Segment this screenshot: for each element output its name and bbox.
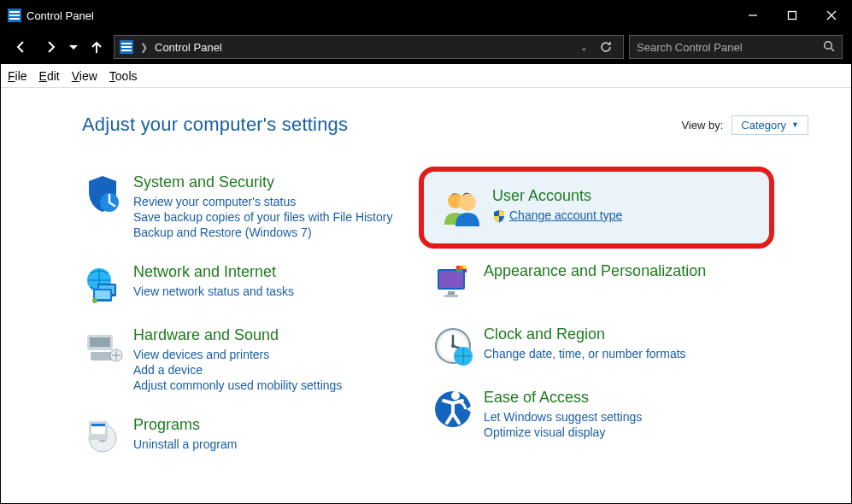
svg-rect-25: [91, 352, 113, 360]
address-bar[interactable]: ❯ Control Panel ⌄: [114, 35, 624, 59]
refresh-button[interactable]: [594, 40, 618, 54]
category-body: Clock and RegionChange date, time, or nu…: [484, 325, 686, 366]
category-link-hardware-sound[interactable]: Hardware and Sound: [133, 326, 342, 344]
category-body: Ease of AccessLet Windows suggest settin…: [484, 389, 642, 441]
sublink[interactable]: Change date, time, or number formats: [484, 347, 686, 360]
svg-rect-11: [121, 43, 132, 44]
view-by-select[interactable]: Category ▼: [732, 115, 808, 135]
ease-of-access-icon: [432, 389, 473, 430]
category-body: ProgramsUninstall a program: [133, 416, 237, 457]
category-body: Network and InternetView network status …: [133, 263, 294, 304]
svg-rect-38: [456, 266, 460, 269]
search-icon: [823, 40, 835, 55]
chevron-right-icon: ❯: [140, 42, 148, 53]
category-appearance-personalization: Appearance and Personalization: [432, 255, 774, 319]
svg-rect-43: [463, 269, 467, 273]
sublink[interactable]: View network status and tasks: [133, 284, 294, 298]
sublink-label: Adjust commonly used mobility settings: [133, 378, 342, 392]
category-system-security: System and SecurityReview your computer'…: [82, 167, 424, 256]
sublink[interactable]: View devices and printers: [133, 348, 342, 361]
right-column: User AccountsChange account typeAppearan…: [432, 167, 774, 472]
menu-view[interactable]: View: [72, 69, 97, 83]
svg-rect-13: [121, 50, 132, 51]
view-by-value: Category: [741, 119, 786, 132]
svg-rect-37: [444, 295, 458, 297]
sublink-label: Add a device: [133, 363, 203, 377]
sublink-label: Change date, time, or number formats: [484, 347, 686, 360]
page-title: Adjust your computer's settings: [82, 114, 348, 136]
window-title: Control Panel: [26, 9, 94, 22]
sublink[interactable]: Optimize visual display: [484, 425, 642, 439]
category-link-network-internet[interactable]: Network and Internet: [133, 263, 294, 281]
svg-point-48: [451, 344, 455, 348]
address-dropdown-icon[interactable]: ⌄: [580, 43, 587, 52]
user-accounts-icon: [441, 187, 482, 228]
category-link-user-accounts[interactable]: User Accounts: [492, 187, 622, 205]
svg-rect-31: [91, 424, 105, 426]
sublink-label: Uninstall a program: [133, 437, 237, 451]
category-network-internet: Network and InternetView network status …: [82, 256, 424, 319]
sublink-label: View network status and tasks: [133, 284, 294, 298]
maximize-button[interactable]: [773, 1, 812, 30]
category-body: User AccountsChange account type: [492, 187, 622, 228]
hardware-sound-icon: [82, 326, 123, 367]
category-clock-region: Clock and RegionChange date, time, or nu…: [432, 319, 774, 382]
forward-button[interactable]: [38, 35, 62, 59]
sublink[interactable]: Save backup copies of your files with Fi…: [133, 210, 392, 224]
appearance-personalization-icon: [432, 262, 473, 303]
network-internet-icon: [82, 263, 123, 304]
category-hardware-sound: Hardware and SoundView devices and print…: [82, 319, 424, 409]
clock-region-icon: [432, 325, 473, 366]
sublink[interactable]: Add a device: [133, 363, 342, 377]
sublink[interactable]: Let Windows suggest settings: [484, 410, 642, 424]
view-by-label: View by:: [681, 119, 723, 132]
title-bar: Control Panel: [1, 1, 851, 30]
category-body: Hardware and SoundView devices and print…: [133, 326, 342, 394]
heading-row: Adjust your computer's settings View by:…: [82, 114, 808, 136]
sublink[interactable]: Backup and Restore (Windows 7): [133, 226, 392, 239]
address-row: ❯ Control Panel ⌄ Search Control Panel: [1, 30, 851, 64]
svg-rect-12: [121, 46, 132, 48]
svg-marker-8: [69, 45, 78, 50]
menu-bar: File Edit View Tools: [1, 64, 851, 88]
sublink-label: Let Windows suggest settings: [484, 410, 642, 424]
category-link-clock-region[interactable]: Clock and Region: [484, 325, 686, 343]
svg-rect-41: [456, 269, 460, 273]
svg-rect-24: [90, 337, 110, 347]
breadcrumb-item[interactable]: Control Panel: [155, 41, 222, 54]
sublink-label: View devices and printers: [133, 348, 269, 361]
category-link-programs[interactable]: Programs: [133, 416, 237, 434]
up-button[interactable]: [85, 35, 109, 59]
close-button[interactable]: [812, 1, 851, 30]
menu-edit[interactable]: Edit: [39, 69, 60, 83]
minimize-button[interactable]: [733, 1, 773, 30]
sublink-label: Backup and Restore (Windows 7): [133, 226, 312, 239]
sublink[interactable]: Change account type: [492, 208, 622, 223]
category-link-appearance-personalization[interactable]: Appearance and Personalization: [484, 262, 706, 280]
system-security-icon: [82, 173, 123, 214]
uac-shield-icon: [492, 209, 506, 223]
chevron-down-icon: ▼: [791, 120, 799, 129]
svg-point-22: [92, 298, 97, 303]
category-body: Appearance and Personalization: [484, 262, 706, 303]
sublink[interactable]: Review your computer's status: [133, 195, 392, 208]
menu-file[interactable]: File: [8, 69, 27, 83]
sublink-label: Review your computer's status: [133, 195, 296, 208]
svg-point-33: [459, 194, 476, 211]
search-input[interactable]: Search Control Panel: [629, 35, 843, 59]
svg-rect-35: [439, 271, 463, 288]
svg-rect-2: [9, 15, 20, 16]
back-button[interactable]: [9, 35, 33, 59]
category-ease-of-access: Ease of AccessLet Windows suggest settin…: [432, 382, 774, 456]
left-column: System and SecurityReview your computer'…: [82, 167, 424, 472]
sublink[interactable]: Uninstall a program: [133, 437, 237, 451]
category-link-ease-of-access[interactable]: Ease of Access: [484, 389, 642, 407]
sublink[interactable]: Adjust commonly used mobility settings: [133, 378, 342, 392]
category-link-system-security[interactable]: System and Security: [133, 173, 392, 191]
svg-rect-5: [789, 12, 796, 20]
menu-tools[interactable]: Tools: [109, 69, 138, 83]
recent-locations-button[interactable]: [68, 35, 79, 59]
svg-rect-39: [460, 266, 463, 269]
svg-rect-3: [9, 18, 20, 20]
content-area: Adjust your computer's settings View by:…: [1, 88, 851, 481]
